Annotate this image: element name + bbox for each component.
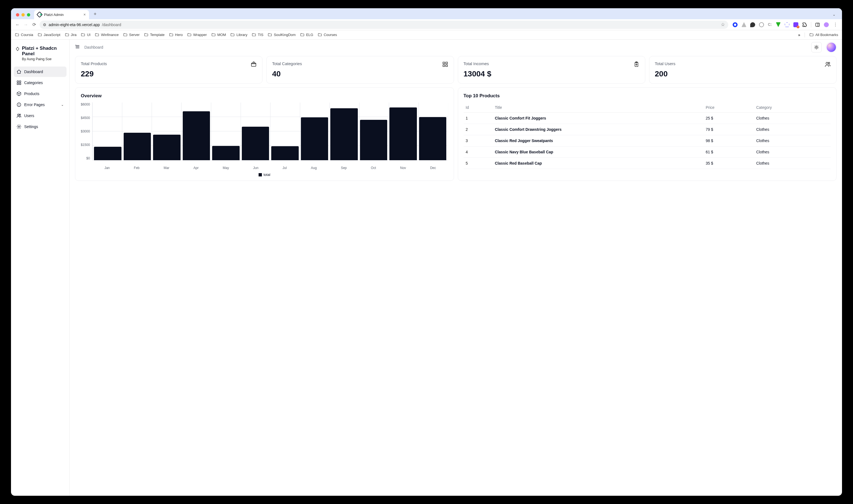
bookmark-item[interactable]: JavaScript (38, 33, 60, 37)
y-tick-label: $6000 (81, 103, 90, 106)
table-row[interactable]: 3Classic Red Jogger Sweatpants98 $Clothe… (464, 135, 831, 146)
new-tab-button[interactable]: + (92, 11, 98, 17)
table-header[interactable]: Id (464, 103, 493, 113)
url-path: /dashboard (102, 22, 121, 27)
table-row[interactable]: 4Classic Navy Blue Baseball Cap61 $Cloth… (464, 146, 831, 158)
sidebar-item-error-pages[interactable]: Error Pages⌄ (14, 100, 67, 110)
bookmark-item[interactable]: ELG (300, 33, 313, 37)
cell-title: Classic Comfort Drawstring Joggers (493, 124, 704, 135)
table-header[interactable]: Title (493, 103, 704, 113)
window-controls (14, 13, 32, 19)
extension-icon[interactable] (776, 22, 781, 27)
stat-card: Total Incomes13004 $ (458, 56, 645, 84)
all-bookmarks-label: All Bookmarks (815, 33, 838, 37)
extension-icon[interactable]: 7 (793, 22, 798, 27)
sidebar-item-label: Dashboard (24, 70, 43, 74)
table-row[interactable]: 1Classic Comfort Fit Joggers25 $Clothes (464, 113, 831, 124)
stat-label: Total Users (655, 61, 675, 66)
table-header[interactable]: Price (704, 103, 754, 113)
chart-bar (271, 146, 299, 160)
overview-panel: Overview $6000$4500$3000$1500$0 JanFebMa… (75, 87, 454, 181)
forward-button[interactable]: → (23, 22, 29, 27)
sidepanel-icon[interactable] (815, 22, 820, 27)
table-row[interactable]: 2Classic Comfort Drawstring Joggers79 $C… (464, 124, 831, 135)
bookmark-item[interactable]: Winfinance (95, 33, 119, 37)
package-icon (251, 61, 257, 67)
svg-line-23 (815, 48, 815, 49)
bookmark-item[interactable]: Jira (65, 33, 77, 37)
cell-id: 5 (464, 158, 493, 169)
profile-avatar-icon[interactable] (824, 22, 829, 27)
minimize-window-icon[interactable] (21, 13, 25, 17)
all-bookmarks-button[interactable]: All Bookmarks (809, 33, 838, 37)
tabs-dropdown-button[interactable]: ⌄ (831, 12, 837, 18)
cell-id: 3 (464, 135, 493, 146)
extension-icon[interactable] (759, 22, 764, 27)
bookmark-item[interactable]: MOM (211, 33, 226, 37)
extension-icon[interactable] (750, 22, 755, 27)
bookmark-item[interactable]: Template (144, 33, 165, 37)
cube-icon (17, 91, 21, 96)
bookmark-item[interactable]: Coursia (15, 33, 33, 37)
site-tune-icon[interactable]: ⚙ (43, 22, 47, 27)
address-bar[interactable]: ⚙ admin-eight-eta-96.vercel.app/dashboar… (40, 21, 728, 29)
chart-x-axis: JanFebMarAprMayJunJulAugSepOctNovDec (81, 166, 448, 170)
svg-point-32 (826, 62, 828, 64)
back-button[interactable]: ← (15, 22, 20, 27)
legend-label: total (264, 173, 270, 177)
bookmark-item[interactable]: UI (81, 33, 90, 37)
bookmarks-overflow-button[interactable]: » (798, 33, 800, 37)
brand-title: Platzi + Shadcn Panel (22, 46, 65, 57)
browser-menu-button[interactable]: ⋮ (833, 22, 838, 27)
overview-title: Overview (81, 93, 448, 98)
extensions-button[interactable] (802, 22, 807, 27)
extension-icon[interactable] (733, 22, 738, 27)
cell-price: 61 $ (704, 146, 754, 158)
sidebar-collapse-button[interactable] (75, 44, 80, 50)
maximize-window-icon[interactable] (27, 13, 30, 17)
sidebar-item-settings[interactable]: Settings (14, 122, 67, 132)
bookmark-item[interactable]: Wrapper (187, 33, 207, 37)
bookmark-item[interactable]: Server (123, 33, 140, 37)
bookmark-item[interactable]: Hero (169, 33, 183, 37)
chart-y-axis: $6000$4500$3000$1500$0 (81, 103, 92, 160)
top-products-title: Top 10 Products (464, 93, 831, 98)
table-header[interactable]: Category (754, 103, 831, 113)
sidebar-nav: DashboardCategoriesProductsError Pages⌄U… (14, 67, 67, 132)
table-row[interactable]: 5Classic Red Baseball Cap35 $Clothes (464, 158, 831, 169)
close-tab-icon[interactable]: × (84, 12, 86, 17)
bookmark-item[interactable]: SoulKingDom (268, 33, 296, 37)
svg-rect-2 (17, 81, 18, 82)
sidebar-item-products[interactable]: Products (14, 89, 67, 99)
info-icon (17, 102, 21, 107)
stat-label: Total Products (81, 61, 107, 66)
svg-rect-5 (19, 83, 21, 85)
user-avatar[interactable] (826, 42, 836, 53)
x-tick-label: Aug (311, 166, 316, 170)
sidebar-item-categories[interactable]: Categories (14, 77, 67, 88)
svg-rect-4 (17, 83, 18, 85)
browser-tab[interactable]: Platzi Admin × (34, 10, 89, 19)
overview-chart: $6000$4500$3000$1500$0 (81, 103, 448, 164)
extension-icon[interactable] (784, 22, 790, 27)
svg-point-12 (18, 126, 20, 127)
sidebar-item-dashboard[interactable]: Dashboard (14, 67, 67, 77)
stat-label: Total Categories (272, 61, 302, 66)
stat-cards: Total Products229Total Categories40Total… (75, 56, 836, 84)
close-window-icon[interactable] (16, 13, 19, 17)
bookmark-item[interactable]: Courses (318, 33, 337, 37)
cell-price: 25 $ (704, 113, 754, 124)
bookmark-star-icon[interactable]: ☆ (721, 22, 725, 28)
extension-icon[interactable] (741, 22, 746, 27)
sidebar-item-label: Categories (24, 80, 43, 85)
theme-toggle-button[interactable] (811, 42, 822, 53)
svg-point-11 (19, 114, 21, 115)
bookmark-item[interactable]: TIS (252, 33, 263, 37)
bookmark-item[interactable]: Library (230, 33, 247, 37)
chart-bar (301, 118, 328, 160)
reload-button[interactable]: ⟳ (31, 22, 37, 27)
sidebar: Platzi + Shadcn Panel By Aung Paing Soe … (11, 40, 70, 496)
sidebar-item-users[interactable]: Users (14, 110, 67, 121)
chart-bar (360, 120, 387, 160)
sidebar-item-label: Error Pages (24, 103, 45, 107)
